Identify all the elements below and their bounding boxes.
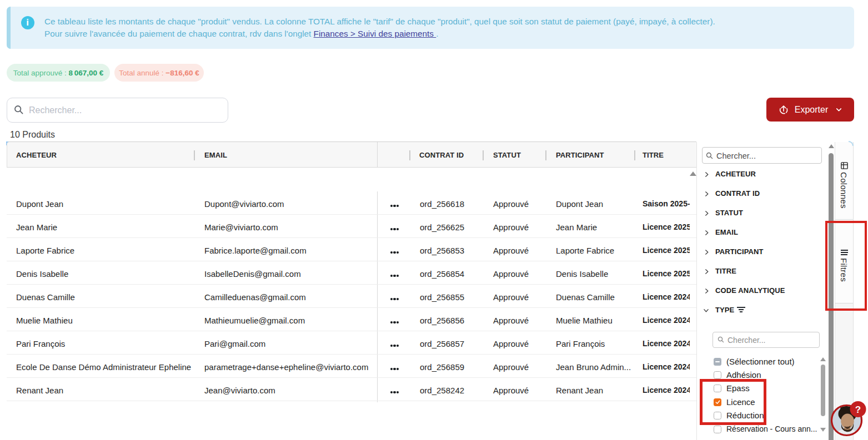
svg-text:?: ? bbox=[855, 404, 861, 415]
